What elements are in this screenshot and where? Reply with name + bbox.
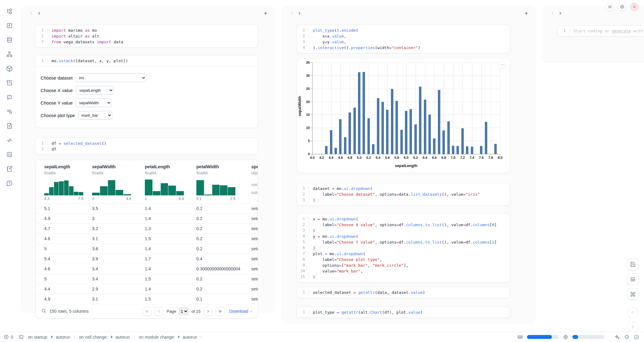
table-column-header[interactable]: sepalWidthfloat6424.4 <box>92 160 145 203</box>
shutdown-button[interactable] <box>630 3 639 11</box>
terminal-button[interactable] <box>19 334 24 340</box>
table-column-header[interactable]: sepalLengthfloat644.37.9 <box>44 160 92 203</box>
add-cell-button[interactable]: + <box>524 10 528 16</box>
run-button[interactable] <box>627 321 638 332</box>
previous-page-button[interactable] <box>155 307 163 316</box>
code-line: df <box>52 146 258 152</box>
table-row[interactable]: 4.93.11.50.1setosa <box>36 294 258 304</box>
table-row[interactable]: 53.41.50.2setosa <box>36 274 258 284</box>
code-lines: plot_type = getattr(alt.Chart(df), plot.… <box>309 309 510 315</box>
dropdown-select[interactable]: iris <box>76 73 146 82</box>
fold-chevron-icon[interactable]: ⌄ <box>306 186 308 189</box>
next-page-button[interactable] <box>204 307 213 316</box>
last-page-button[interactable] <box>216 307 224 316</box>
fold-chevron-icon[interactable]: ⌄ <box>306 28 308 30</box>
dropdown-select[interactable]: sepalLength <box>76 86 114 94</box>
table-row[interactable]: 4.931.40.2setosa <box>36 213 258 223</box>
save-button[interactable] <box>627 258 639 270</box>
code-cell-plot-type[interactable]: 1plot_type = getattr(alt.Chart(df), plot… <box>297 307 510 318</box>
code-editor[interactable]: 123import marimo as moimport altair as a… <box>36 25 258 47</box>
activity-icon[interactable] <box>6 137 13 144</box>
code-cell-vstack[interactable]: 1mo.vstack([dataset, x, y, plot])Choose … <box>35 55 258 128</box>
dependency-graph-icon[interactable] <box>6 51 13 58</box>
find-in-logs-icon[interactable] <box>6 108 13 115</box>
on-startup-toggle[interactable]: on startup: autorun <box>28 335 70 340</box>
code-editor[interactable]: 1selected_dataset = getattr(data, datase… <box>297 287 510 298</box>
altair-bar-chart[interactable]: sepalLength sepalWidth 4.04.24.44.64.85.… <box>297 58 510 173</box>
scroll-right-button[interactable] <box>295 9 303 17</box>
functions-icon[interactable] <box>6 22 13 29</box>
scroll-left-button[interactable] <box>288 9 295 17</box>
keyboard-shortcuts-button[interactable] <box>627 288 639 300</box>
generate-link[interactable]: generate <box>612 29 631 33</box>
datasources-icon[interactable] <box>6 37 13 43</box>
page-select[interactable]: 1 <box>179 307 188 315</box>
menu-button[interactable] <box>606 3 614 11</box>
ai-chat-icon[interactable] <box>6 94 13 101</box>
fold-chevron-icon[interactable]: ⌄ <box>306 234 308 237</box>
ai-sparkles-icon[interactable] <box>614 334 620 340</box>
table-row[interactable]: 5.43.91.70.4setosa <box>36 254 258 264</box>
table-row[interactable]: 5.13.51.40.2setosa <box>36 203 258 213</box>
scroll-left-button[interactable] <box>27 9 35 17</box>
table-row[interactable]: 4.63.41.40.30000000000000004setosa <box>36 264 258 274</box>
copilot-icon[interactable] <box>624 334 630 340</box>
code-cell-plot[interactable]: 1⌄234plot_type().encode( x=x.value, y=y.… <box>297 25 510 53</box>
code-cell-xy-plot-dropdowns[interactable]: 1⌄234⌄567⌄891011x = mo.ui.dropdown( labe… <box>297 213 510 283</box>
scroll-right-button[interactable] <box>556 9 564 17</box>
table-row[interactable]: 4.42.91.40.2setosa <box>36 284 258 294</box>
table-cell: 3 <box>92 216 145 221</box>
dropdown-select[interactable]: mark_bar <box>78 111 112 119</box>
download-button[interactable]: Download <box>229 309 253 314</box>
search-icon[interactable] <box>41 308 46 315</box>
snippets-icon[interactable] <box>6 151 13 158</box>
packages-icon[interactable] <box>6 65 13 72</box>
memory-usage-meter <box>527 335 559 339</box>
chart-plot-area[interactable] <box>312 62 500 154</box>
on-module-change-toggle[interactable]: on module change: autorun <box>139 335 203 340</box>
line-number-text: 2 <box>297 191 305 197</box>
documentation-icon[interactable] <box>6 123 13 129</box>
code-editor[interactable]: 1⌄234⌄567⌄891011x = mo.ui.dropdown( labe… <box>297 214 510 282</box>
table-column-header[interactable]: petalWidthfloat640.12.5 <box>196 160 251 203</box>
code-editor[interactable]: 1⌄23dataset = mo.ui.dropdown( label="Cho… <box>297 183 510 205</box>
code-cell-imports[interactable]: 123import marimo as moimport altair as a… <box>35 25 258 48</box>
code-editor[interactable]: 12df = selected_dataset()df <box>36 138 258 155</box>
table-cell: setosa <box>251 297 258 301</box>
column-min-max: 16.9 <box>145 197 184 203</box>
code-editor[interactable]: 1⌄234plot_type().encode( x=x.value, y=y.… <box>297 25 510 53</box>
layout-button[interactable] <box>627 273 639 285</box>
fold-chevron-icon[interactable]: ⌄ <box>306 216 308 219</box>
file-explorer-icon[interactable] <box>6 8 13 15</box>
line-number: 1 <box>36 141 48 146</box>
settings-button[interactable] <box>618 3 626 11</box>
code-cell-df[interactable]: 12df = selected_dataset()df <box>35 138 258 155</box>
scratchpad-icon[interactable] <box>6 166 13 172</box>
line-number-text: 7 <box>297 251 305 257</box>
table-column-header[interactable]: speciesobjectunique:nulls: <box>251 160 258 203</box>
first-page-button[interactable] <box>143 307 152 316</box>
table-row[interactable]: 4.73.21.30.2setosa <box>36 223 258 233</box>
table-row[interactable]: 53.61.40.2setosa <box>36 244 258 254</box>
code-cell-selected-dataset[interactable]: 1selected_dataset = getattr(data, datase… <box>297 287 510 298</box>
table-cell: 1.3 <box>145 226 196 231</box>
on-cell-change-toggle[interactable]: on cell change: autorun <box>79 335 130 340</box>
help-icon[interactable] <box>6 180 13 187</box>
connected-check-icon[interactable] <box>634 334 639 340</box>
add-cell-button[interactable]: + <box>264 10 267 16</box>
errors-badge[interactable]: 0 <box>4 334 13 340</box>
scroll-left-button[interactable] <box>548 9 556 17</box>
logs-icon[interactable] <box>6 80 13 86</box>
empty-code-cell[interactable]: 1 Start coding or generate with <box>557 25 644 37</box>
chart-bar <box>330 130 332 154</box>
code-editor[interactable]: 1mo.vstack([dataset, x, y, plot]) <box>36 55 258 66</box>
table-column-header[interactable]: petalLengthfloat6416.9 <box>145 160 196 203</box>
dropdown-select[interactable]: sepalWidth <box>76 98 112 107</box>
code-cell-dataset-dropdown[interactable]: 1⌄23dataset = mo.ui.dropdown( label="Cho… <box>297 183 510 206</box>
fold-chevron-icon[interactable]: ⌄ <box>306 251 308 254</box>
table-row[interactable]: 4.63.11.50.2setosa <box>36 233 258 244</box>
scroll-right-button[interactable] <box>35 9 43 17</box>
chart-actions-button[interactable] <box>499 61 507 69</box>
code-editor[interactable]: 1plot_type = getattr(alt.Chart(df), plot… <box>297 307 510 318</box>
stop-button[interactable] <box>627 307 638 318</box>
